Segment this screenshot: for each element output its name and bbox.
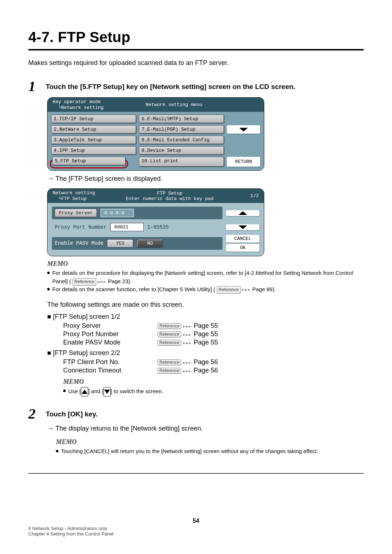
setting-name: FTP Client Port No.: [63, 358, 150, 366]
reference-dots-icon: ▸▸▸: [242, 287, 251, 293]
proxy-port-hint: 1-65535: [147, 224, 169, 230]
proxy-port-label: Proxy Port Number: [55, 224, 107, 230]
memo1-line1: For details on the procedure for display…: [47, 269, 364, 285]
list-item: Proxy Port Number Reference ▸▸▸ Page 55: [63, 330, 364, 338]
arrow-down-icon: [104, 390, 110, 394]
memo1-list: For details on the procedure for display…: [47, 269, 364, 294]
result-1: → The [FTP Setup] screen is displayed.: [47, 175, 364, 183]
menu-list-print[interactable]: 10.List print: [139, 157, 224, 167]
list-item: FTP Client Port No. Reference ▸▸▸ Page 5…: [63, 358, 364, 366]
arrow-up-icon: [82, 390, 87, 394]
lcd2-scroll-down[interactable]: [226, 224, 260, 230]
memo-heading-2: MEMO: [63, 378, 364, 386]
pasv-label: Enable PASV Mode: [55, 240, 103, 246]
lcd2-scroll-up[interactable]: [226, 210, 260, 216]
step-2: 2 Touch [OK] key.: [28, 407, 364, 421]
reference-badge: Reference: [73, 278, 96, 285]
lcd2-page-indicator: 1/2: [244, 193, 259, 199]
following-text: The following settings are made on this …: [47, 301, 364, 309]
step-number: 2: [28, 407, 38, 421]
memo3-list: Touching [CANCEL] will return you to the…: [56, 447, 364, 456]
arrow-up-icon: [238, 211, 247, 215]
settings-list: ■ [FTP Setup] screen 1/2 Proxy Server Re…: [47, 313, 364, 374]
intro-text: Makes settings required for uploaded sca…: [28, 59, 364, 67]
menu-netware[interactable]: 2.NetWare Setup: [51, 125, 136, 134]
menu-smtp[interactable]: 6.E-Mail(SMTP) Setup: [139, 115, 224, 123]
reference-dots-icon: ▸▸▸: [183, 340, 192, 346]
reference-badge: Reference: [158, 368, 181, 374]
page-ref: Page 55: [193, 339, 218, 346]
section2-head: [FTP Setup] screen 2/2: [53, 349, 120, 357]
lcd2-breadcrumb: Network setting └FTP Setup: [53, 190, 95, 201]
menu-appletalk[interactable]: 3.AppleTalk Setup: [51, 136, 136, 144]
pasv-yes[interactable]: YES: [107, 239, 133, 248]
pasv-no[interactable]: NO: [137, 239, 163, 248]
memo1-line2: For details on the scanner function, ref…: [47, 285, 364, 294]
reference-badge: Reference: [217, 286, 240, 293]
arrow-down-icon: [238, 225, 247, 229]
section1-head: [FTP Setup] screen 1/2: [53, 313, 120, 320]
reference-dots-icon: ▸▸▸: [183, 323, 192, 329]
step1-title: Touch the [5.FTP Setup] key on [Network …: [46, 83, 295, 91]
menu-pop[interactable]: 7.E-Mail(POP) Setup: [139, 125, 224, 134]
menu-device[interactable]: 9.Device Setup: [139, 146, 224, 155]
lcd1-breadcrumb: Key operator mode └Network setting: [53, 99, 103, 110]
list-item: Proxy Server Reference ▸▸▸ Page 55: [63, 322, 364, 330]
list-item: Enable PASV Mode Reference ▸▸▸ Page 55: [63, 339, 364, 346]
step-number: 1: [28, 79, 38, 94]
memo-heading-1: MEMO: [47, 260, 364, 268]
memo-heading-3: MEMO: [56, 438, 364, 446]
reference-dots-icon: ▸▸▸: [183, 332, 192, 337]
proxy-server-value[interactable]: 0.0.0.0: [101, 209, 134, 217]
reference-badge: Reference: [158, 340, 181, 346]
memo3-line: Touching [CANCEL] will return you to the…: [56, 447, 364, 456]
setting-name: Proxy Port Number: [63, 330, 150, 338]
footer-line2: Chapter 4 Setting from the Control Panel: [28, 531, 364, 537]
reference-dots-icon: ▸▸▸: [183, 368, 192, 374]
lcd-ftp-setup: Network setting └FTP Setup FTP Setup Ent…: [47, 188, 264, 256]
footer-rule: [28, 473, 364, 474]
footer-line1: II Network Setup - Administrators only: [28, 526, 364, 531]
page-title: 4-7. FTP Setup: [28, 29, 364, 45]
page-ref: Page 55: [193, 322, 218, 329]
memo2-list: Use [] and [] to switch the screen.: [63, 387, 364, 397]
page-ref: Page 56: [193, 367, 218, 374]
reference-badge: Reference: [158, 359, 181, 365]
menu-ftp[interactable]: 5.FTP Setup: [52, 157, 126, 165]
memo2-line: Use [] and [] to switch the screen.: [63, 387, 364, 397]
ok-button[interactable]: OK: [226, 244, 260, 252]
result-2: → The display returns to the [Network se…: [47, 425, 364, 432]
page-ref: Page 56: [193, 358, 218, 366]
page-footer: 54 II Network Setup - Administrators onl…: [28, 518, 364, 537]
lcd2-title: FTP Setup Enter numeric data with key pa…: [95, 191, 244, 201]
lcd-network-menu: Key operator mode └Network setting Netwo…: [47, 97, 264, 171]
menu-ipp[interactable]: 4.IPP Setup: [51, 146, 136, 155]
menu-email-ext[interactable]: 8.E-Mail Extended Config: [139, 136, 224, 144]
page-number: 54: [28, 518, 364, 524]
proxy-port-value[interactable]: 00021: [110, 223, 144, 231]
proxy-server-label[interactable]: Proxy Server: [55, 209, 97, 217]
setting-name: Connection Timeout: [63, 367, 150, 374]
setting-name: Proxy Server: [63, 322, 150, 330]
step-1: 1 Touch the [5.FTP Setup] key on [Networ…: [28, 79, 364, 94]
page-ref: Page 55: [193, 330, 218, 338]
cancel-button[interactable]: CANCEL: [226, 235, 260, 243]
scroll-down[interactable]: [227, 125, 260, 134]
list-item: Connection Timeout Reference ▸▸▸ Page 56: [63, 367, 364, 374]
menu-tcpip[interactable]: 1.TCP/IP Setup: [51, 115, 136, 123]
title-rule: [28, 49, 364, 50]
return-button[interactable]: RETURN: [227, 157, 260, 167]
setting-name: Enable PASV Mode: [63, 339, 150, 346]
lcd1-title: Network setting menu: [103, 102, 244, 107]
arrow-down-icon: [239, 128, 248, 131]
reference-dots-icon: ▸▸▸: [98, 279, 106, 284]
reference-dots-icon: ▸▸▸: [183, 360, 192, 365]
reference-badge: Reference: [158, 331, 181, 337]
step2-title: Touch [OK] key.: [46, 410, 98, 418]
reference-badge: Reference: [158, 323, 181, 329]
